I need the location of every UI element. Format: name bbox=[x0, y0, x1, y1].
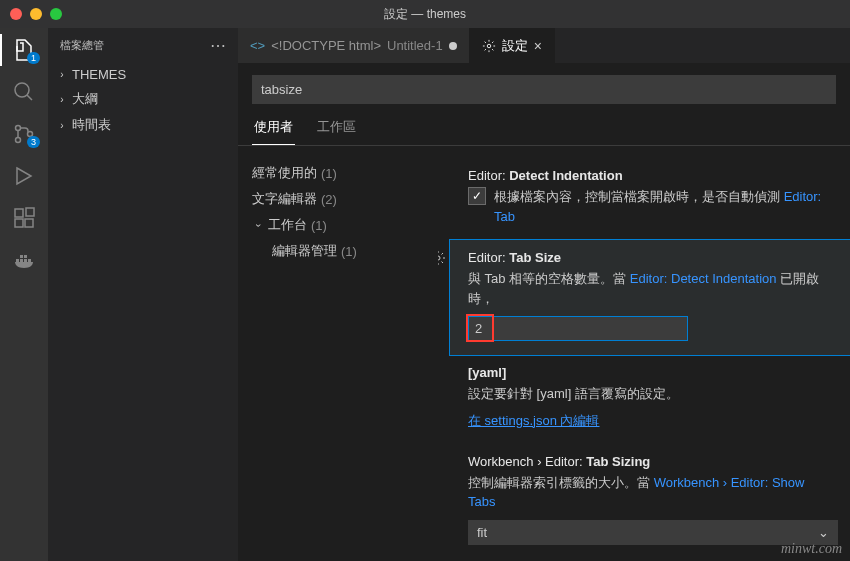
sidebar-header: 檔案總管 ⋯ bbox=[48, 28, 238, 63]
activity-bar: 1 3 bbox=[0, 28, 48, 561]
watermark: minwt.com bbox=[781, 541, 842, 557]
chevron-down-icon: ⌄ bbox=[818, 525, 829, 540]
svg-point-3 bbox=[16, 138, 21, 143]
gear-icon bbox=[482, 39, 496, 53]
setting-tab-size: Editor: Tab Size 與 Tab 相等的空格數量。當 Editor:… bbox=[450, 240, 850, 355]
link-edit-settings-json[interactable]: 在 settings.json 內編輯 bbox=[468, 412, 834, 430]
tab-untitled-file[interactable]: <> <!DOCTYPE html> Untitled-1 bbox=[238, 28, 470, 63]
settings-scope-tabs: 使用者 工作區 bbox=[238, 112, 850, 146]
html-file-icon: <> bbox=[250, 38, 265, 53]
chevron-right-icon: › bbox=[56, 94, 68, 105]
sidebar-more-icon[interactable]: ⋯ bbox=[210, 36, 226, 55]
setting-detect-indentation: Editor: Detect Indentation ✓ 根據檔案內容，控制當檔… bbox=[444, 158, 850, 240]
maximize-window-button[interactable] bbox=[50, 8, 62, 20]
window-controls bbox=[10, 8, 62, 20]
toc-text-editor[interactable]: 文字編輯器 (2) bbox=[252, 186, 438, 212]
svg-point-9 bbox=[487, 44, 491, 48]
tab-size-input[interactable] bbox=[468, 316, 688, 341]
settings-results: Editor: Detect Indentation ✓ 根據檔案內容，控制當檔… bbox=[438, 146, 850, 561]
sidebar-section-themes[interactable]: › THEMES bbox=[48, 63, 238, 86]
close-window-button[interactable] bbox=[10, 8, 22, 20]
gear-icon[interactable] bbox=[438, 250, 446, 266]
editor-area: <> <!DOCTYPE html> Untitled-1 設定 × 使用者 工… bbox=[238, 28, 850, 561]
dirty-indicator-icon bbox=[449, 42, 457, 50]
svg-rect-5 bbox=[15, 209, 23, 217]
tab-settings[interactable]: 設定 × bbox=[470, 28, 555, 63]
extensions-icon[interactable] bbox=[12, 206, 36, 230]
sidebar-title: 檔案總管 bbox=[60, 38, 104, 53]
docker-icon[interactable] bbox=[12, 248, 36, 272]
sidebar-section-outline[interactable]: › 大綱 bbox=[48, 86, 238, 112]
scope-tab-workspace[interactable]: 工作區 bbox=[315, 112, 358, 145]
chevron-right-icon: › bbox=[56, 120, 68, 131]
svg-line-1 bbox=[27, 95, 32, 100]
settings-search-input[interactable] bbox=[252, 75, 836, 104]
toc-frequently-used[interactable]: 經常使用的 (1) bbox=[252, 160, 438, 186]
svg-rect-7 bbox=[25, 219, 33, 227]
scm-badge: 3 bbox=[27, 136, 40, 148]
scope-tab-user[interactable]: 使用者 bbox=[252, 112, 295, 145]
toc-workbench[interactable]: › 工作台 (1) bbox=[252, 212, 438, 238]
svg-point-0 bbox=[15, 83, 29, 97]
minimize-window-button[interactable] bbox=[30, 8, 42, 20]
setting-yaml-override: [yaml] 設定要針對 [yaml] 語言覆寫的設定。 在 settings.… bbox=[444, 355, 850, 444]
explorer-badge: 1 bbox=[27, 52, 40, 64]
settings-editor: 使用者 工作區 經常使用的 (1) 文字編輯器 (2) › 工作台 bbox=[238, 63, 850, 561]
svg-rect-8 bbox=[26, 208, 34, 216]
titlebar: 設定 — themes bbox=[0, 0, 850, 28]
editor-tabs: <> <!DOCTYPE html> Untitled-1 設定 × bbox=[238, 28, 850, 63]
svg-point-2 bbox=[16, 126, 21, 131]
search-icon[interactable] bbox=[12, 80, 36, 104]
sidebar: 檔案總管 ⋯ › THEMES › 大綱 › 時間表 bbox=[48, 28, 238, 561]
chevron-down-icon: › bbox=[253, 219, 264, 231]
main-layout: 1 3 檔案總管 ⋯ › THEMES › 大綱 bbox=[0, 28, 850, 561]
source-control-icon[interactable]: 3 bbox=[12, 122, 36, 146]
window-title: 設定 — themes bbox=[384, 6, 466, 23]
svg-rect-6 bbox=[15, 219, 23, 227]
link-detect-indentation[interactable]: Editor: Detect Indentation bbox=[630, 271, 777, 286]
sidebar-section-timeline[interactable]: › 時間表 bbox=[48, 112, 238, 138]
run-debug-icon[interactable] bbox=[12, 164, 36, 188]
close-icon[interactable]: × bbox=[534, 38, 542, 54]
toc-editor-management[interactable]: 編輯器管理 (1) bbox=[252, 238, 438, 264]
svg-point-10 bbox=[438, 256, 440, 260]
detect-indentation-checkbox[interactable]: ✓ bbox=[468, 187, 486, 205]
explorer-icon[interactable]: 1 bbox=[12, 38, 36, 62]
settings-toc: 經常使用的 (1) 文字編輯器 (2) › 工作台 (1) 編輯器管理 (1 bbox=[238, 146, 438, 561]
chevron-right-icon: › bbox=[56, 69, 68, 80]
